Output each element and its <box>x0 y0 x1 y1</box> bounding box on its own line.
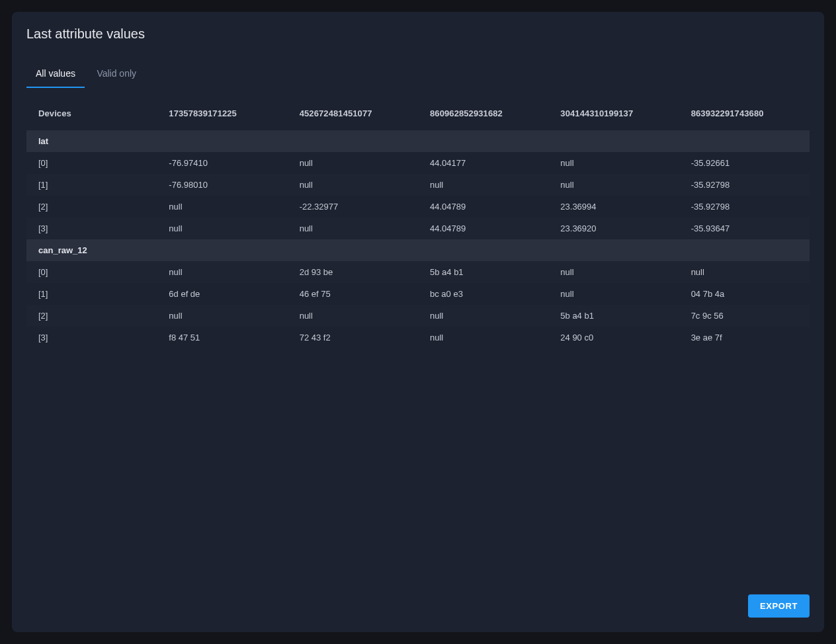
group-name: lat <box>26 130 810 152</box>
cell: null <box>157 218 287 239</box>
cell: 5b a4 b1 <box>548 305 679 327</box>
group-header: lat <box>26 130 810 152</box>
col-device-5: 863932291743680 <box>679 97 810 130</box>
table-row: [1] -76.98010 null null null -35.92798 <box>26 174 810 196</box>
table-row: [2] null null null 5b a4 b1 7c 9c 56 <box>26 305 810 327</box>
cell: 5b a4 b1 <box>418 261 548 283</box>
cell: null <box>548 174 679 196</box>
export-button[interactable]: EXPORT <box>748 594 810 618</box>
cell: -35.92661 <box>679 152 810 174</box>
cell: null <box>548 152 679 174</box>
card-title: Last attribute values <box>12 12 824 42</box>
attribute-values-card: Last attribute values All values Valid o… <box>12 12 824 632</box>
table-row: [2] null -22.32977 44.04789 23.36994 -35… <box>26 196 810 218</box>
table-row: [0] null 2d 93 be 5b a4 b1 null null <box>26 261 810 283</box>
cell: null <box>157 261 287 283</box>
table-row: [1] 6d ef de 46 ef 75 bc a0 e3 null 04 7… <box>26 283 810 305</box>
cell: 72 43 f2 <box>288 327 418 348</box>
table-row: [0] -76.97410 null 44.04177 null -35.926… <box>26 152 810 174</box>
table-row: [3] null null 44.04789 23.36920 -35.9364… <box>26 218 810 239</box>
cell: null <box>288 152 418 174</box>
cell: null <box>288 218 418 239</box>
cell: 23.36994 <box>548 196 679 218</box>
card-footer: EXPORT <box>12 583 824 632</box>
row-index: [3] <box>26 218 157 239</box>
row-index: [1] <box>26 283 157 305</box>
row-index: [1] <box>26 174 157 196</box>
cell: -76.98010 <box>157 174 287 196</box>
col-devices: Devices <box>26 97 157 130</box>
col-device-1: 17357839171225 <box>157 97 287 130</box>
cell: 6d ef de <box>157 283 287 305</box>
cell: 04 7b 4a <box>679 283 810 305</box>
row-index: [2] <box>26 196 157 218</box>
row-index: [2] <box>26 305 157 327</box>
cell: bc a0 e3 <box>418 283 548 305</box>
tab-valid-only[interactable]: Valid only <box>87 61 146 87</box>
row-index: [3] <box>26 327 157 348</box>
cell: 44.04789 <box>418 218 548 239</box>
cell: 7c 9c 56 <box>679 305 810 327</box>
cell: null <box>418 327 548 348</box>
tab-all-values[interactable]: All values <box>26 61 85 88</box>
attribute-values-table: Devices 17357839171225 452672481451077 8… <box>26 97 810 348</box>
col-device-4: 304144310199137 <box>548 97 679 130</box>
group-name: can_raw_12 <box>26 239 810 261</box>
col-device-3: 860962852931682 <box>418 97 548 130</box>
table-scroll-area[interactable]: Devices 17357839171225 452672481451077 8… <box>12 89 824 583</box>
cell: 2d 93 be <box>288 261 418 283</box>
cell: null <box>288 174 418 196</box>
cell: -22.32977 <box>288 196 418 218</box>
row-index: [0] <box>26 152 157 174</box>
cell: -35.93647 <box>679 218 810 239</box>
row-index: [0] <box>26 261 157 283</box>
cell: null <box>418 305 548 327</box>
cell: null <box>679 261 810 283</box>
cell: null <box>288 305 418 327</box>
cell: 44.04177 <box>418 152 548 174</box>
cell: -35.92798 <box>679 174 810 196</box>
cell: 24 90 c0 <box>548 327 679 348</box>
cell: 44.04789 <box>418 196 548 218</box>
cell: 46 ef 75 <box>288 283 418 305</box>
cell: null <box>548 283 679 305</box>
table-header-row: Devices 17357839171225 452672481451077 8… <box>26 97 810 130</box>
cell: -35.92798 <box>679 196 810 218</box>
table-row: [3] f8 47 51 72 43 f2 null 24 90 c0 3e a… <box>26 327 810 348</box>
cell: 23.36920 <box>548 218 679 239</box>
group-header: can_raw_12 <box>26 239 810 261</box>
cell: null <box>548 261 679 283</box>
cell: 3e ae 7f <box>679 327 810 348</box>
cell: null <box>157 196 287 218</box>
col-device-2: 452672481451077 <box>288 97 418 130</box>
cell: null <box>418 174 548 196</box>
cell: f8 47 51 <box>157 327 287 348</box>
cell: null <box>157 305 287 327</box>
cell: -76.97410 <box>157 152 287 174</box>
tabs: All values Valid only <box>12 61 824 89</box>
